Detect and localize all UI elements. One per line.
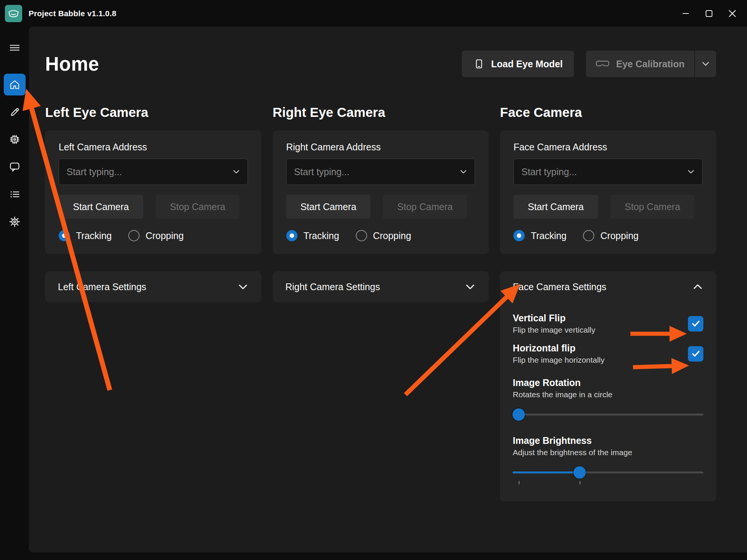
camera-buttons: Start Camera Stop Camera <box>513 195 703 219</box>
setting-vertical-flip: Vertical Flip Flip the image vertically <box>513 313 703 334</box>
chat-bubble-icon <box>9 161 21 173</box>
settings-title: Right Camera Settings <box>285 282 380 292</box>
sidebar-item-edit[interactable] <box>4 101 26 123</box>
minimize-button[interactable] <box>674 0 697 27</box>
maximize-button[interactable] <box>697 0 721 27</box>
column-title: Right Eye Camera <box>273 105 489 120</box>
sidebar-item-settings[interactable] <box>4 211 26 233</box>
right-camera-card: Right Camera Address Start Camera Stop C… <box>273 130 489 254</box>
header-actions: Load Eye Model Eye Calibration <box>462 51 716 77</box>
tracking-label: Tracking <box>304 230 339 241</box>
slider-thumb[interactable] <box>573 466 586 479</box>
setting-subtitle: Flip the image horizontally <box>513 356 604 365</box>
right-start-camera-button[interactable]: Start Camera <box>286 195 371 219</box>
setting-text: Vertical Flip Flip the image vertically <box>513 313 595 334</box>
left-tracking-radio[interactable]: Tracking <box>59 230 112 241</box>
gear-icon <box>9 216 21 228</box>
goggles-icon <box>596 60 609 68</box>
setting-text: Horizontal flip Flip the image horizonta… <box>513 343 604 365</box>
right-stop-camera-button[interactable]: Stop Camera <box>383 195 467 219</box>
pencil-icon <box>9 106 21 118</box>
maximize-icon <box>704 8 714 19</box>
right-cropping-radio[interactable]: Cropping <box>356 230 411 241</box>
right-camera-address-combobox[interactable] <box>286 159 475 185</box>
close-button[interactable] <box>721 0 744 27</box>
menu-button[interactable] <box>4 37 26 59</box>
left-camera-address-label: Left Camera Address <box>59 142 248 153</box>
slider-tick <box>580 481 580 484</box>
radio-unchecked-icon <box>356 230 367 241</box>
right-camera-settings-expander[interactable]: Right Camera Settings <box>273 271 489 302</box>
cpu-icon <box>9 133 21 145</box>
face-start-camera-button[interactable]: Start Camera <box>513 195 598 219</box>
face-camera-address-combobox[interactable] <box>513 159 703 185</box>
home-icon <box>9 79 21 91</box>
setting-subtitle: Flip the image vertically <box>513 325 595 334</box>
checkmark-icon <box>691 349 701 359</box>
setting-subtitle: Rotates the image in a circle <box>513 390 703 399</box>
left-camera-address-input[interactable] <box>67 166 232 177</box>
slider-thumb[interactable] <box>512 409 525 421</box>
face-camera-settings-expander[interactable]: Face Camera Settings <box>500 271 716 302</box>
right-tracking-radio[interactable]: Tracking <box>286 230 339 241</box>
face-camera-column: Face Camera Face Camera Address Start Ca… <box>500 105 716 501</box>
main-content: Home Load Eye Model Eye Calibration Left… <box>29 27 747 552</box>
right-camera-address-input[interactable] <box>294 166 460 177</box>
cropping-label: Cropping <box>146 230 184 241</box>
list-icon <box>9 188 21 200</box>
face-camera-settings-card: Face Camera Settings Vertical Flip Flip … <box>500 271 716 501</box>
page-header: Home Load Eye Model Eye Calibration <box>45 51 716 77</box>
face-tracking-radio[interactable]: Tracking <box>513 230 566 241</box>
eye-model-icon <box>473 58 484 70</box>
radio-checked-icon <box>286 230 298 241</box>
sidebar-item-home[interactable] <box>4 74 26 95</box>
face-camera-address-input[interactable] <box>521 166 687 177</box>
sidebar-item-algorithm[interactable] <box>4 129 26 150</box>
chevron-down-icon <box>237 281 249 292</box>
column-title: Face Camera <box>500 105 716 120</box>
left-start-camera-button[interactable]: Start Camera <box>59 195 143 219</box>
face-stop-camera-button[interactable]: Stop Camera <box>610 195 694 219</box>
cropping-label: Cropping <box>373 230 411 241</box>
load-eye-model-button[interactable]: Load Eye Model <box>462 51 574 77</box>
camera-columns: Left Eye Camera Left Camera Address Star… <box>45 105 716 501</box>
close-icon <box>727 8 738 19</box>
left-cropping-radio[interactable]: Cropping <box>128 230 184 241</box>
window-title: Project Babble v1.1.0.8 <box>29 9 116 18</box>
vertical-flip-checkbox[interactable] <box>688 316 703 331</box>
eye-calibration-label: Eye Calibration <box>616 59 685 70</box>
face-camera-address-label: Face Camera Address <box>513 142 703 153</box>
left-camera-settings-card: Left Camera Settings <box>45 271 261 302</box>
setting-subtitle: Adjust the brightness of the image <box>513 448 703 457</box>
slider-tick <box>519 481 519 484</box>
chevron-down-icon <box>701 60 710 68</box>
sidebar-item-output-log[interactable] <box>4 183 26 205</box>
chevron-down-icon <box>465 281 476 292</box>
slider-track[interactable] <box>513 414 703 416</box>
page-title: Home <box>45 53 99 75</box>
minimize-icon <box>680 8 691 19</box>
face-cropping-radio[interactable]: Cropping <box>583 230 638 241</box>
titlebar: Project Babble v1.1.0.8 <box>0 0 747 27</box>
column-title: Left Eye Camera <box>45 105 261 120</box>
left-mode-radios: Tracking Cropping <box>59 230 248 241</box>
left-stop-camera-button[interactable]: Stop Camera <box>156 195 240 219</box>
face-mode-radios: Tracking Cropping <box>513 230 703 241</box>
left-camera-settings-expander[interactable]: Left Camera Settings <box>45 271 261 302</box>
eye-calibration-dropdown-button[interactable] <box>695 51 716 77</box>
tracking-label: Tracking <box>76 230 112 241</box>
left-eye-camera-column: Left Eye Camera Left Camera Address Star… <box>45 105 261 501</box>
setting-title: Horizontal flip <box>513 343 604 354</box>
eye-calibration-button[interactable]: Eye Calibration <box>586 51 694 77</box>
load-eye-model-label: Load Eye Model <box>491 59 563 70</box>
image-rotation-slider[interactable] <box>513 407 703 422</box>
chevron-down-icon <box>460 168 467 176</box>
setting-title: Image Brightness <box>513 435 703 446</box>
face-camera-settings-body: Vertical Flip Flip the image vertically … <box>500 302 716 501</box>
chevron-down-icon <box>687 168 695 176</box>
left-camera-address-combobox[interactable] <box>59 159 248 185</box>
horizontal-flip-checkbox[interactable] <box>688 346 703 362</box>
sidebar-item-messages[interactable] <box>4 156 26 178</box>
chevron-up-icon <box>692 281 703 292</box>
image-brightness-slider[interactable] <box>513 465 703 480</box>
